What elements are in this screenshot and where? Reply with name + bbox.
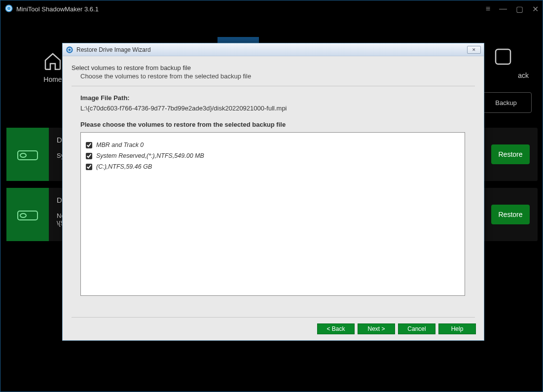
close-icon[interactable]: ✕ <box>532 4 539 14</box>
svg-point-3 <box>20 153 26 157</box>
app-logo-icon <box>4 4 13 14</box>
next-button[interactable]: Next > <box>358 323 395 334</box>
dialog-title: Restore Drive Image Wizard <box>76 46 151 53</box>
image-path-value: L:\{c70dc603-f766-4736-9d77-7bd99e2ade3d… <box>80 105 475 112</box>
dialog-titlebar[interactable]: Restore Drive Image Wizard ✕ <box>63 43 484 56</box>
minimize-icon[interactable]: — <box>499 4 507 14</box>
volume-checkbox[interactable] <box>86 153 92 159</box>
volumes-listbox[interactable]: MBR and Track 0 System Reserved,(*:),NTF… <box>80 132 465 296</box>
add-backup-button[interactable]: Backup <box>480 92 532 113</box>
drive-icon <box>6 188 49 241</box>
cancel-button[interactable]: Cancel <box>398 323 435 334</box>
help-button[interactable]: Help <box>438 323 476 334</box>
volume-row[interactable]: MBR and Track 0 <box>86 142 460 148</box>
volume-row[interactable]: (C:),NTFS,59.46 GB <box>86 163 460 170</box>
dialog-instruction-heading: Select volumes to restore from backup fi… <box>72 64 475 71</box>
image-path-label: Image File Path: <box>80 94 475 102</box>
volume-label: (C:),NTFS,59.46 GB <box>96 163 152 170</box>
app-titlebar: MiniTool ShadowMaker 3.6.1 ≡ — ▢ ✕ <box>0 0 543 17</box>
volume-label: System Reserved,(*:),NTFS,549.00 MB <box>96 152 204 159</box>
dialog-close-button[interactable]: ✕ <box>467 46 481 54</box>
volume-row[interactable]: System Reserved,(*:),NTFS,549.00 MB <box>86 152 460 159</box>
maximize-icon[interactable]: ▢ <box>516 4 523 14</box>
restore-button[interactable]: Restore <box>491 144 530 164</box>
restore-wizard-dialog: Restore Drive Image Wizard ✕ Select volu… <box>62 43 484 341</box>
volume-checkbox[interactable] <box>86 164 92 170</box>
svg-point-5 <box>20 214 26 217</box>
drive-icon <box>6 128 49 181</box>
nav-right-icon <box>493 47 513 67</box>
divider <box>72 86 475 86</box>
choose-volumes-label: Please choose the volumes to restore fro… <box>80 121 475 128</box>
dialog-footer: < Back Next > Cancel Help <box>317 323 476 334</box>
restore-button[interactable]: Restore <box>491 205 530 224</box>
wizard-icon <box>66 46 73 54</box>
svg-rect-1 <box>496 49 510 64</box>
nav-right-partial-label: ack <box>518 71 529 79</box>
menu-icon[interactable]: ≡ <box>486 4 490 14</box>
back-button[interactable]: < Back <box>317 323 355 334</box>
divider <box>72 317 475 318</box>
svg-point-6 <box>66 46 72 53</box>
volume-checkbox[interactable] <box>86 142 92 148</box>
dialog-instruction-sub: Choose the volumes to restore from the s… <box>72 72 475 80</box>
app-title: MiniTool ShadowMaker 3.6.1 <box>16 5 99 13</box>
volume-label: MBR and Track 0 <box>96 142 144 148</box>
